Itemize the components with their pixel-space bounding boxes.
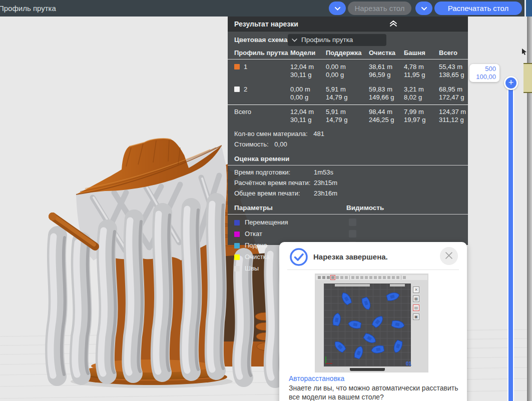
mini-side-toolbar: ✕ ▦ ▤ ▣ [413, 286, 420, 320]
mini-gantry [335, 284, 370, 286]
mini-page-label: 01 [406, 361, 411, 366]
app-window: Профиль прутка Нарезать стол Распечатать… [0, 0, 532, 401]
param-swatch [234, 254, 240, 260]
time-row: Расчётное время печати:23h15m [228, 179, 468, 186]
table-total-row: Всего 12,04 m30,11 g 5,91 m14,79 g 98,44… [228, 104, 468, 127]
color-scheme-value: Профиль прутка [301, 36, 353, 44]
chevron-down-icon [335, 4, 340, 12]
slice-dropdown-button[interactable] [329, 2, 346, 15]
time-section-title: Оценка времени [228, 155, 468, 166]
cost-stat: Стоимость: 0,00 [228, 140, 468, 148]
col-header-models: Модели [290, 49, 326, 56]
mini-build-plate [324, 284, 411, 366]
param-swatch [234, 232, 240, 237]
clipped-side-panel [523, 63, 532, 93]
print-plate-button[interactable]: Распечатать стол [434, 2, 522, 15]
filament-name: 1 [244, 63, 247, 71]
filament-swatch [234, 86, 240, 92]
mini-gantry [390, 284, 405, 286]
close-notification-button[interactable] [440, 247, 458, 265]
mini-toolbar [316, 275, 427, 280]
mini-lock-icon: ▣ [413, 314, 419, 320]
height-value: 100,00 [469, 73, 496, 81]
print-dropdown-button[interactable] [415, 2, 432, 15]
chevron-down-icon [292, 36, 301, 44]
param-swatch [234, 220, 240, 226]
window-title: Профиль прутка [0, 4, 56, 12]
mini-axes-indicator [325, 356, 333, 366]
slicing-complete-notification: Нарезка завершена. [279, 242, 467, 401]
slice-button-group: Нарезать стол [329, 2, 411, 15]
col-header-profile: Профиль прутка [234, 49, 290, 56]
param-row-retractions: Откат [228, 230, 468, 238]
tip-preview-image: ✕ ▦ ▤ ▣ 01 [315, 274, 428, 372]
time-row: Общее время печати:23h16m [228, 190, 468, 197]
layer-value: 500 [469, 65, 496, 73]
layer-slider-tooltip: 500 100,00 [469, 64, 499, 82]
table-row: 2 0,00 m0,00 g 5,91 m14,79 g 59,83 m149,… [228, 82, 468, 104]
table-row: 1 12,04 m30,11 g 0,00 m0,00 g 38,61 m96,… [228, 60, 468, 82]
layer-slider-handle[interactable]: + [504, 76, 518, 90]
color-scheme-label: Цветовая схема [234, 36, 287, 44]
print-button-group: Распечатать стол [415, 2, 522, 15]
slice-plate-button[interactable]: Нарезать стол [348, 2, 411, 15]
notification-divider [287, 270, 459, 270]
layer-slider-track[interactable] [507, 83, 514, 401]
mini-close-icon: ✕ [413, 286, 419, 293]
auto-arrange-link[interactable]: Авторасстановка [289, 374, 344, 382]
col-header-tower: Башня [404, 49, 439, 56]
tip-body-text: Знаете ли вы, что можно автоматически ра… [289, 384, 461, 401]
params-section-title: Параметры Видимость [228, 204, 468, 214]
material-changes-stat: Кол-во смен материала: 481 [228, 130, 468, 138]
top-toolbar: Профиль прутка Нарезать стол Распечатать… [0, 0, 532, 16]
mini-bottom-bar [350, 368, 385, 371]
param-swatch [234, 266, 240, 272]
total-label: Всего [234, 108, 290, 116]
col-header-purge: Очистка [369, 49, 404, 56]
mini-arrange-icon: ▤ [413, 304, 419, 311]
filament-swatch [234, 64, 240, 70]
time-row: Время подготовки:1m53s [228, 168, 468, 176]
success-check-icon [289, 248, 308, 268]
window-corner-block [526, 0, 532, 16]
param-row-travels: Перемещения [228, 218, 468, 226]
chevron-down-icon [421, 4, 427, 12]
results-panel-header: Результат нарезки [228, 16, 468, 32]
mini-image-icon: ▦ [413, 296, 419, 302]
table-header-row: Профиль прутка Модели Поддержка Очистка … [228, 48, 468, 60]
slicing-results-panel: Результат нарезки Цветовая схема Профиль… [228, 16, 468, 245]
param-swatch [234, 243, 240, 248]
plus-icon: + [508, 78, 514, 88]
col-header-support: Поддержка [326, 49, 369, 56]
mouse-cursor-icon [521, 48, 527, 57]
color-scheme-row: Цветовая схема Профиль прутка [228, 32, 468, 48]
col-header-total: Всего [439, 49, 468, 56]
color-scheme-select[interactable]: Профиль прутка [288, 34, 386, 46]
results-panel-title: Результат нарезки [234, 20, 298, 28]
collapse-icon [389, 21, 397, 28]
visibility-header: Видимость [346, 204, 384, 212]
notification-title: Нарезка завершена. [313, 252, 388, 261]
visibility-checkbox[interactable] [349, 230, 356, 238]
visibility-checkbox[interactable] [349, 218, 356, 226]
close-icon [445, 252, 453, 261]
filament-name: 2 [244, 86, 247, 94]
collapse-panel-button[interactable] [389, 20, 398, 28]
